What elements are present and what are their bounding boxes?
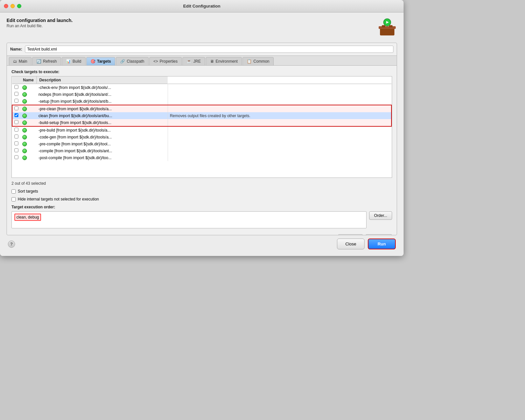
main-content: Edit configuration and launch. Run an An…: [0, 12, 404, 256]
name-label: Name:: [10, 47, 22, 52]
row-icon-cell: [20, 154, 36, 161]
tab-refresh[interactable]: 🔄 Refresh: [32, 57, 61, 65]
row-icon-cell: [20, 126, 36, 134]
row-checkbox[interactable]: [14, 155, 18, 159]
target-icon: [22, 142, 27, 146]
row-checkbox[interactable]: [14, 106, 18, 110]
help-button[interactable]: ?: [8, 241, 15, 248]
table-header-row: Name Description: [12, 76, 391, 84]
row-desc: [168, 98, 391, 105]
row-name: -pre-compile [from import ${sdk.dir}/too…: [36, 140, 168, 147]
row-desc: Removes output files created by other ta…: [168, 112, 391, 119]
tab-build[interactable]: 📊 Build: [62, 57, 86, 65]
table-row[interactable]: -compile [from import ${sdk.dir}/tools/a…: [12, 147, 391, 154]
bottom-buttons: Apply Revert: [11, 232, 392, 235]
col-desc: Description: [36, 76, 168, 84]
table-row[interactable]: nodeps [from import ${sdk.dir}/tools/ant…: [12, 91, 391, 98]
tab-common[interactable]: 📋 Common: [242, 57, 274, 65]
table-row[interactable]: -pre-compile [from import ${sdk.dir}/too…: [12, 140, 391, 147]
targets-table-container[interactable]: Name Description -check-env [from import…: [11, 76, 392, 178]
apply-button[interactable]: Apply: [338, 234, 363, 235]
table-row[interactable]: -check-env [from import ${sdk.dir}/tools…: [12, 84, 391, 91]
order-section: Target execution order: clean, debug Ord…: [11, 205, 392, 228]
tab-jre[interactable]: ☕ JRE: [182, 57, 205, 65]
order-button[interactable]: Order...: [369, 211, 392, 220]
row-checkbox[interactable]: [14, 128, 18, 132]
row-icon-cell: [20, 84, 36, 91]
row-checkbox-cell: [12, 98, 20, 105]
sort-targets-checkbox[interactable]: [11, 189, 16, 194]
row-name: -setup [from import ${sdk.dir}/tools/ant…: [36, 98, 168, 105]
classpath-tab-icon: 🔗: [120, 59, 125, 64]
title-bar: Edit Configuration: [0, 0, 404, 12]
tab-targets[interactable]: 🎯 Targets: [86, 57, 115, 65]
dialog-box: Name: 🗂 Main 🔄 Refresh 📊 Build 🎯 Targets…: [7, 43, 397, 235]
header-text: Edit configuration and launch. Run an An…: [7, 18, 73, 28]
hide-internal-checkbox[interactable]: [11, 197, 16, 201]
row-icon-cell: [20, 147, 36, 154]
row-name: -post-compile [from import ${sdk.dir}/to…: [36, 154, 168, 161]
order-row: clean, debug Order...: [11, 211, 392, 228]
revert-button[interactable]: Revert: [366, 234, 392, 235]
minimize-button[interactable]: [10, 4, 15, 8]
row-checkbox[interactable]: [14, 141, 18, 145]
row-checkbox-cell: [12, 91, 20, 98]
row-checkbox[interactable]: [14, 135, 18, 138]
tab-classpath[interactable]: 🔗 Classpath: [116, 57, 148, 65]
row-checkbox[interactable]: [14, 92, 18, 96]
order-input-box[interactable]: clean, debug: [11, 211, 367, 228]
row-checkbox[interactable]: [14, 99, 18, 103]
table-row[interactable]: -post-compile [from import ${sdk.dir}/to…: [12, 154, 391, 161]
row-checkbox-cell: [12, 119, 20, 126]
target-icon: [22, 149, 27, 153]
row-icon-cell: [20, 134, 36, 140]
targets-tab-icon: 🎯: [91, 59, 95, 64]
header-icon: [377, 18, 397, 37]
common-tab-icon: 📋: [247, 59, 252, 64]
row-desc: [168, 84, 391, 91]
target-icon: [22, 107, 27, 111]
row-checkbox[interactable]: [14, 120, 18, 124]
row-desc: [168, 105, 391, 112]
col-name: Name: [20, 76, 36, 84]
table-row[interactable]: -setup [from import ${sdk.dir}/tools/ant…: [12, 98, 391, 105]
name-input[interactable]: [25, 46, 393, 53]
target-icon: [22, 128, 27, 133]
row-name: -build-setup [from import ${sdk.dir}/too…: [36, 119, 168, 126]
jre-tab-icon: ☕: [187, 59, 192, 64]
row-name: -check-env [from import ${sdk.dir}/tools…: [36, 84, 168, 91]
close-button-footer[interactable]: Close: [337, 239, 364, 249]
row-checkbox-cell: [12, 105, 20, 112]
table-row[interactable]: clean [from import ${sdk.dir}/tools/ant/…: [12, 112, 391, 119]
tabs-row: 🗂 Main 🔄 Refresh 📊 Build 🎯 Targets 🔗 Cla…: [7, 56, 397, 66]
table-row[interactable]: -pre-clean [from import ${sdk.dir}/tools…: [12, 105, 391, 112]
run-button[interactable]: Run: [368, 239, 396, 249]
table-row[interactable]: -pre-build [from import ${sdk.dir}/tools…: [12, 126, 391, 134]
footer-right: Close Run: [337, 239, 396, 249]
properties-tab-icon: <>: [154, 59, 158, 64]
close-button[interactable]: [4, 4, 8, 8]
row-icon-cell: [20, 119, 36, 126]
svg-rect-5: [389, 25, 392, 27]
row-icon-cell: [20, 112, 36, 119]
maximize-button[interactable]: [17, 4, 21, 8]
tab-properties[interactable]: <> Properties: [149, 57, 182, 65]
table-row[interactable]: -code-gen [from import ${sdk.dir}/tools/…: [12, 134, 391, 140]
targets-section: Check targets to execute: Name Descripti…: [11, 70, 392, 178]
row-checkbox[interactable]: [14, 85, 18, 89]
traffic-lights: [4, 4, 21, 8]
row-checkbox[interactable]: [14, 113, 18, 117]
sort-targets-label: Sort targets: [18, 189, 38, 194]
target-icon: [22, 85, 27, 90]
target-icon: [22, 92, 27, 97]
row-desc: [168, 154, 391, 161]
tab-main[interactable]: 🗂 Main: [9, 57, 32, 65]
run-icon: [377, 18, 397, 37]
row-checkbox-cell: [12, 126, 20, 134]
table-row[interactable]: -build-setup [from import ${sdk.dir}/too…: [12, 119, 391, 126]
row-desc: [168, 140, 391, 147]
row-name: -pre-clean [from import ${sdk.dir}/tools…: [36, 105, 168, 112]
tab-environment[interactable]: 🖥 Environment: [206, 57, 242, 65]
hide-internal-label: Hide internal targets not selected for e…: [18, 197, 99, 201]
row-checkbox[interactable]: [14, 148, 18, 152]
